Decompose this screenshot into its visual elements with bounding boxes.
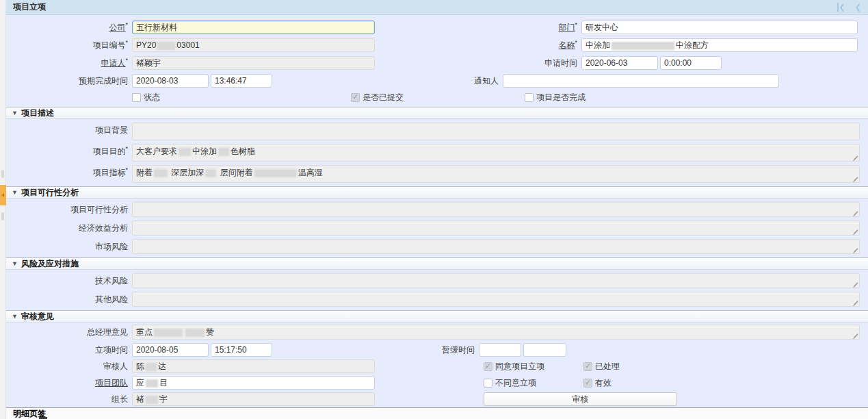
redacted-text (146, 396, 158, 404)
agree-checkbox-label: 同意项目立项 (495, 361, 544, 372)
expected-date-input[interactable]: 2020-08-03 (132, 74, 209, 88)
resize-grip-icon[interactable] (851, 174, 858, 181)
market-risk-textarea[interactable] (132, 239, 860, 254)
redacted-text (205, 169, 216, 177)
feasibility-analysis-textarea[interactable] (132, 202, 860, 217)
completed-checkbox-item: 项目是否完成 (525, 92, 586, 103)
pause-date-input[interactable] (479, 343, 521, 357)
form-row: 市场风险 (6, 239, 868, 254)
name-label: 名称* (375, 40, 577, 51)
section-review-body: 总经理意见 重点赞 立项时间 2020-08-05 15:17:50 暂缓时间 … (6, 322, 868, 406)
section-header-feasibility[interactable]: ▼项目可行性分析 (6, 186, 868, 199)
form-row: 组长 褚宇 审核 (6, 392, 868, 406)
collapse-panel-handle[interactable] (0, 185, 6, 205)
submitted-checkbox[interactable] (351, 93, 360, 102)
section-risk-body: 技术风险 其他风险 (6, 270, 868, 307)
setup-date-input[interactable]: 2020-08-05 (132, 343, 209, 357)
collapse-triangle-icon: ▼ (12, 187, 18, 199)
technical-risk-textarea[interactable] (132, 273, 860, 288)
redacted-text (157, 42, 175, 50)
leader-label: 组长 (6, 394, 128, 405)
redacted-text (146, 379, 158, 388)
form-row: 立项时间 2020-08-05 15:17:50 暂缓时间 (6, 343, 868, 357)
status-checkbox[interactable] (132, 93, 141, 102)
form-row: 预期完成时间 2020-08-03 13:46:47 通知人 (6, 74, 868, 88)
redacted-text (611, 42, 674, 50)
processed-checkbox-label: 已处理 (595, 361, 620, 372)
economic-benefit-label: 经济效益分析 (6, 220, 128, 234)
resize-grip-icon[interactable] (851, 208, 858, 216)
resize-grip-icon[interactable] (851, 298, 858, 305)
pause-time-input[interactable] (523, 343, 566, 357)
status-checkbox-row: 状态 是否已提交 项目是否完成 (6, 92, 868, 104)
valid-checkbox-label: 有效 (595, 377, 611, 389)
leader-input: 褚宇 (132, 392, 375, 406)
resize-grip-icon[interactable] (851, 227, 858, 234)
valid-checkbox[interactable] (583, 379, 592, 388)
setup-time-label: 立项时间 (6, 344, 128, 356)
pause-time-label: 暂缓时间 (272, 344, 475, 356)
resize-grip-icon[interactable] (851, 245, 858, 253)
collapse-triangle-icon: ▼ (12, 311, 18, 322)
section-header-description[interactable]: ▼项目描述 (6, 107, 868, 119)
section-header-review[interactable]: ▼审核意见 (6, 310, 868, 322)
form-row: 公司* 五行新材料 部门* 研发中心 (6, 21, 868, 34)
redacted-text (254, 169, 297, 177)
processed-checkbox-item: 已处理 (583, 361, 620, 372)
resize-grip-icon[interactable] (851, 279, 858, 287)
other-risk-textarea[interactable] (132, 292, 860, 307)
disagree-checkbox-item: 不同意立项 (484, 377, 536, 389)
form-row: 其他风险 (6, 292, 868, 307)
splitter-tick (1, 212, 4, 220)
company-input[interactable]: 五行新材料 (132, 21, 375, 34)
first-record-icon[interactable]: ❮ (837, 3, 845, 12)
detail-tabs-bar: 明细页签 (6, 407, 868, 419)
form-row: 项目指标* 附着 深层加深 层间附着温高湿 (6, 165, 868, 183)
resize-grip-icon[interactable] (851, 331, 858, 338)
redacted-text (154, 329, 183, 337)
name-input[interactable]: 中涂加中涂配方 (581, 38, 858, 52)
indicators-textarea[interactable]: 附着 深层加深 层间附着温高湿 (132, 165, 860, 183)
market-risk-label: 市场风险 (6, 239, 128, 253)
review-button[interactable]: 审核 (484, 392, 677, 406)
page-title: 项目立项 (13, 1, 46, 13)
title-bar: 项目立项 ❮ ❮ (6, 0, 868, 15)
other-risk-label: 其他风险 (6, 292, 128, 305)
processed-checkbox[interactable] (583, 362, 592, 371)
apply-date-input[interactable]: 2020-06-03 (581, 56, 658, 70)
status-checkbox-item: 状态 (132, 92, 160, 103)
team-input[interactable]: 应目 (132, 376, 375, 390)
notifier-input[interactable] (503, 74, 779, 88)
company-label: 公司* (6, 22, 128, 34)
gm-opinion-label: 总经理意见 (6, 325, 128, 338)
prev-record-icon[interactable]: ❮ (855, 3, 861, 12)
project-no-label: 项目编号* (6, 40, 128, 51)
section-header-risk[interactable]: ▼风险及应对措施 (6, 257, 868, 270)
economic-benefit-textarea[interactable] (132, 220, 860, 236)
splitter-tick (1, 170, 4, 178)
setup-time-input[interactable]: 15:17:50 (211, 343, 272, 357)
agree-checkbox[interactable] (484, 362, 492, 371)
form-row: 项目团队 应目 不同意立项 有效 (6, 376, 868, 390)
completed-checkbox-label: 项目是否完成 (536, 92, 586, 103)
disagree-checkbox[interactable] (484, 379, 492, 388)
purpose-textarea[interactable]: 大客户要求中涂加色树脂 (132, 144, 860, 162)
apply-time-input[interactable]: 0:00:00 (660, 56, 722, 70)
redacted-text (179, 148, 191, 156)
team-label: 项目团队 (6, 377, 128, 389)
form-row: 项目目的* 大客户要求中涂加色树脂 (6, 144, 868, 162)
completed-checkbox[interactable] (525, 93, 534, 102)
background-textarea[interactable] (132, 123, 860, 140)
form-row: 总经理意见 重点赞 (6, 325, 868, 340)
section-description-body: 项目背景 项目目的* 大客户要求中涂加色树脂 项目指标* 附着 深层加深 层间附… (6, 119, 868, 183)
expected-time-input[interactable]: 13:46:47 (211, 74, 272, 88)
collapse-triangle-icon: ▼ (12, 107, 18, 119)
status-checkbox-label: 状态 (144, 92, 160, 103)
collapse-triangle-icon: ▼ (12, 258, 18, 270)
form-row: 审核人 陈达 同意项目立项 已处理 (6, 359, 868, 373)
department-input[interactable]: 研发中心 (581, 21, 858, 34)
gm-opinion-textarea[interactable]: 重点赞 (132, 325, 860, 340)
form-row: 经济效益分析 (6, 220, 868, 236)
resize-grip-icon[interactable] (851, 153, 858, 160)
feasibility-analysis-label: 项目可行性分析 (6, 202, 128, 216)
